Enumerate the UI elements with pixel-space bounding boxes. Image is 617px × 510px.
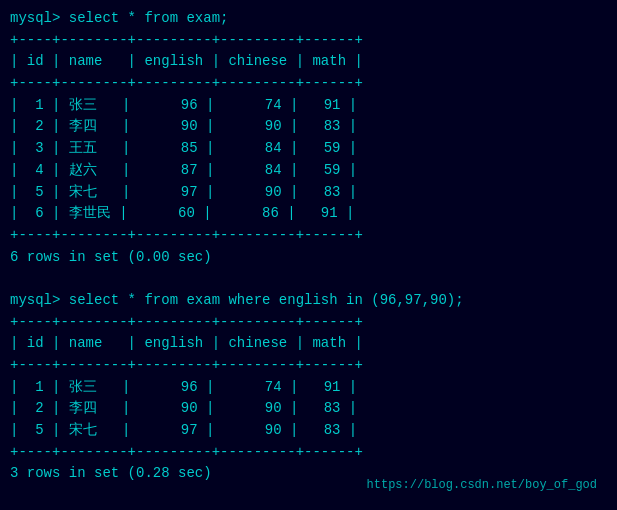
header-2: | id | name | english | chinese | math | xyxy=(10,335,363,351)
row-1-4: | 4 | 赵六 | 87 | 84 | 59 | xyxy=(10,162,357,178)
row-1-6: | 6 | 李世民 | 60 | 86 | 91 | xyxy=(10,205,354,221)
row-1-5: | 5 | 宋七 | 97 | 90 | 83 | xyxy=(10,184,357,200)
separator1-1: +----+--------+---------+---------+-----… xyxy=(10,32,363,48)
watermark: https://blog.csdn.net/boy_of_god xyxy=(367,478,597,492)
result-info-1: 6 rows in set (0.00 sec) xyxy=(10,249,212,265)
terminal-window: mysql> select * from exam; +----+-------… xyxy=(10,8,607,502)
terminal-content: mysql> select * from exam; +----+-------… xyxy=(10,8,607,510)
row-1-1: | 1 | 张三 | 96 | 74 | 91 | xyxy=(10,97,357,113)
separator3-1: +----+--------+---------+---------+-----… xyxy=(10,227,363,243)
row-2-1: | 1 | 张三 | 96 | 74 | 91 | xyxy=(10,379,357,395)
row-1-3: | 3 | 王五 | 85 | 84 | 59 | xyxy=(10,140,357,156)
separator2-1: +----+--------+---------+---------+-----… xyxy=(10,75,363,91)
header-1: | id | name | english | chinese | math | xyxy=(10,53,363,69)
row-1-2: | 2 | 李四 | 90 | 90 | 83 | xyxy=(10,118,357,134)
separator3-2: +----+--------+---------+---------+-----… xyxy=(10,444,363,460)
row-2-3: | 5 | 宋七 | 97 | 90 | 83 | xyxy=(10,422,357,438)
command-2: mysql> select * from exam where english … xyxy=(10,292,464,308)
separator2-2: +----+--------+---------+---------+-----… xyxy=(10,357,363,373)
result-info-2: 3 rows in set (0.28 sec) xyxy=(10,465,212,481)
separator1-2: +----+--------+---------+---------+-----… xyxy=(10,314,363,330)
command-1: mysql> select * from exam; xyxy=(10,10,228,26)
row-2-2: | 2 | 李四 | 90 | 90 | 83 | xyxy=(10,400,357,416)
